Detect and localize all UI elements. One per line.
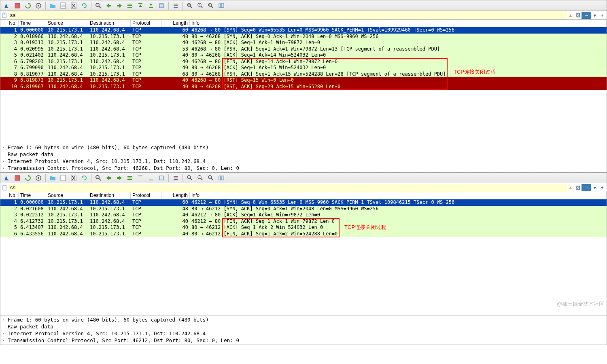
table-row[interactable]: 56.413407110.242.68.410.215.173.1TCP4080… [0,224,607,231]
auto-scroll-button[interactable] [157,174,166,182]
svg-rect-17 [117,5,120,6]
stop-capture-button[interactable] [13,174,22,182]
go-back-button[interactable] [104,174,114,182]
go-back-button[interactable] [104,1,114,10]
zoom-out-button[interactable] [195,1,205,10]
detail-line[interactable]: ›Transmission Control Protocol, Src Port… [0,337,607,344]
go-forward-button[interactable] [115,174,124,182]
bookmark-filter-icon[interactable] [1,12,8,19]
table-row[interactable]: 20.018966110.242.68.410.215.173.1TCP4880… [0,34,607,40]
table-row[interactable]: 30.02231210.215.173.1110.242.68.4TCP4046… [0,212,607,218]
reload-button[interactable] [79,1,89,10]
close-file-button[interactable] [69,1,79,10]
packet-details-1[interactable]: ›Frame 1: 60 bytes on wire (480 bits), 6… [0,143,607,172]
table-row[interactable]: 46.41273210.215.173.1110.242.68.4TCP4046… [0,218,607,225]
zoom-out-button[interactable] [195,174,205,182]
close-file-button[interactable] [69,174,79,182]
capture-options-button[interactable] [34,1,43,10]
display-filter-input[interactable] [8,11,567,19]
table-row[interactable]: 86.819077110.242.68.410.215.173.1TCP6880… [0,71,607,78]
table-row[interactable]: 50.021402110.242.68.410.215.173.1TCP4080… [0,52,607,59]
detail-line[interactable]: ›Frame 1: 60 bytes on wire (480 bits), 6… [0,144,607,151]
save-file-button[interactable] [58,1,68,10]
filter-apply-button[interactable]: → [582,12,591,19]
svg-rect-46 [15,176,20,180]
svg-line-37 [211,6,213,8]
col-info: Info [190,20,607,27]
svg-rect-40 [221,4,224,8]
filter-add-button[interactable]: + [599,184,606,191]
svg-point-48 [38,177,39,179]
restart-capture-button[interactable] [23,1,33,10]
capture-options-button[interactable] [34,174,43,182]
filter-clear-button[interactable] [574,184,582,191]
packet-list-header-2[interactable]: No. Time Source Destination Protocol Len… [0,192,607,199]
col-protocol: Protocol [131,20,161,27]
main-toolbar: 1 [0,0,607,11]
detail-line[interactable]: Raw packet data [0,151,607,158]
table-row[interactable]: 106.819967110.242.68.410.215.173.1TCP408… [0,84,607,90]
jump-to-button[interactable] [125,174,135,182]
reload-button[interactable] [79,174,89,182]
col-no: No. [0,20,19,27]
table-row[interactable]: 40.02099510.215.173.1110.242.68.4TCP5346… [0,46,607,53]
open-file-button[interactable] [48,174,57,182]
shark-fin-icon[interactable] [2,174,12,182]
filter-add-button[interactable]: + [599,12,606,19]
go-last-button[interactable] [146,174,156,182]
detail-line[interactable]: ›Internet Protocol Version 4, Src: 10.21… [0,158,607,165]
table-row[interactable]: 30.01931310.215.173.1110.242.68.4TCP4046… [0,40,607,46]
detail-line[interactable]: ›Transmission Control Protocol, Src Port… [0,165,607,171]
filter-warning-icon[interactable]: ▲ [567,184,574,191]
jump-to-button[interactable] [125,1,135,10]
shark-fin-icon[interactable] [2,1,12,10]
restart-capture-button[interactable] [23,174,33,182]
filter-history-button[interactable]: ▾ [591,12,599,19]
svg-text:1: 1 [209,4,210,6]
filter-history-button[interactable]: ▾ [591,184,599,191]
colorize-button[interactable] [171,1,180,10]
svg-rect-7 [61,3,66,8]
zoom-in-button[interactable] [185,174,195,182]
display-filter-input-2[interactable] [8,184,567,192]
zoom-in-button[interactable] [185,1,195,10]
bookmark-filter-icon[interactable] [1,184,8,191]
find-button[interactable] [93,1,103,10]
save-file-button[interactable] [58,174,68,182]
packet-list-2[interactable]: TCP连接关闭过程 @稀土掘金技术社区 10.00000010.215.173.… [0,199,607,315]
svg-line-34 [201,6,202,8]
svg-rect-73 [221,176,224,180]
svg-point-14 [96,3,99,6]
table-row[interactable]: 10.00000010.215.173.1110.242.68.4TCP6046… [0,27,607,34]
detail-line[interactable]: Raw packet data [0,323,607,330]
go-first-button[interactable] [136,1,145,10]
detail-line[interactable]: ›Frame 1: 60 bytes on wire (480 bits), 6… [0,316,607,323]
go-first-button[interactable] [136,174,145,182]
main-toolbar-2 [0,173,607,183]
go-forward-button[interactable] [115,1,124,10]
auto-scroll-button[interactable] [157,1,166,10]
zoom-reset-button[interactable]: 1 [206,1,216,10]
filter-warning-icon[interactable]: ▲ [567,12,574,19]
filter-apply-button[interactable]: → [582,184,591,191]
packet-list-header[interactable]: No. Time Source Destination Protocol Len… [0,20,607,27]
table-row[interactable]: 66.433556110.242.68.410.215.173.1TCP4080… [0,231,607,237]
resize-columns-button[interactable] [216,1,226,10]
col-length: Length [161,20,190,27]
table-row[interactable]: 76.799090110.242.68.410.215.173.1TCP4080… [0,65,607,71]
packet-details-2[interactable]: ›Frame 1: 60 bytes on wire (480 bits), 6… [0,315,607,345]
packet-list-1[interactable]: TCP连接关闭过程 10.00000010.215.173.1110.242.6… [0,27,607,143]
resize-columns-button[interactable] [216,174,226,182]
table-row[interactable]: 20.021608110.242.68.410.215.173.1TCP4880… [0,206,607,212]
table-row[interactable]: 10.00000010.215.173.1110.242.68.4TCP6046… [0,199,607,206]
find-button[interactable] [93,174,103,182]
colorize-button[interactable] [171,174,180,182]
go-last-button[interactable] [146,1,156,10]
table-row[interactable]: 66.79820310.215.173.1110.242.68.4TCP4046… [0,59,607,65]
detail-line[interactable]: ›Internet Protocol Version 4, Src: 10.21… [0,330,607,337]
stop-capture-button[interactable] [13,1,22,10]
table-row[interactable]: 96.81987210.215.173.1110.242.68.4TCP4046… [0,77,607,84]
filter-clear-button[interactable] [574,12,582,19]
zoom-reset-button[interactable] [206,174,216,182]
open-file-button[interactable] [48,1,57,10]
